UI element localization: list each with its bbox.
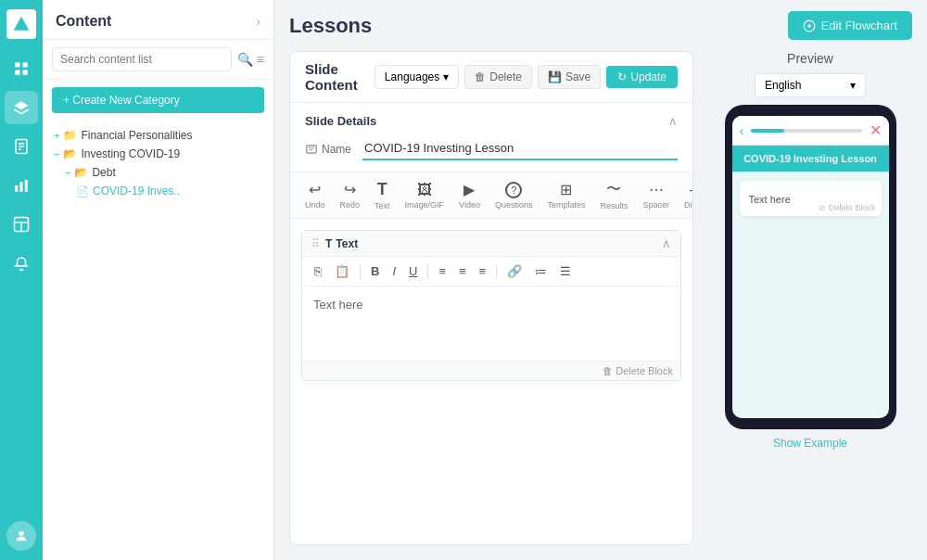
folder-icon-debt: 📂 — [74, 166, 88, 179]
tree-item-label: Financial Personalities — [81, 129, 192, 142]
undo-label: Undo — [305, 200, 325, 210]
format-align-center[interactable]: ≡ — [454, 261, 471, 281]
format-bold[interactable]: B — [366, 261, 384, 281]
main-header: Lessons Edit Flowchart — [274, 0, 927, 51]
tree-expand-minus-debt: − — [65, 167, 70, 178]
svg-rect-18 — [307, 145, 317, 152]
main-area: Lessons Edit Flowchart Slide Content Lan… — [274, 0, 927, 560]
delete-icon: 🗑 — [475, 70, 486, 83]
nav-icon-notifications[interactable] — [5, 247, 38, 280]
edit-flowchart-icon — [803, 19, 816, 32]
svg-rect-4 — [23, 70, 28, 75]
format-list-ul[interactable]: ≔ — [530, 261, 552, 281]
toolbar-divider[interactable]: — Divider — [684, 182, 693, 210]
language-selector[interactable]: English ▾ — [755, 73, 866, 97]
phone-content: Text here ⊘ Delete Block — [732, 172, 889, 418]
svg-rect-1 — [15, 62, 19, 67]
format-link[interactable]: 🔗 — [502, 261, 527, 281]
search-input[interactable] — [52, 47, 232, 71]
tree-item-label-debt: Debt — [92, 166, 115, 179]
delete-button[interactable]: 🗑 Delete — [464, 65, 532, 89]
update-button[interactable]: ↻ Update — [606, 66, 678, 88]
nav-icon-pages[interactable] — [5, 130, 38, 163]
undo-icon: ↩ — [309, 181, 321, 198]
save-label: Save — [565, 70, 590, 83]
text-content-area[interactable]: Text here — [302, 286, 680, 361]
slide-editor-header: Slide Content Languages ▾ 🗑 Delete 💾 Sav… — [290, 52, 692, 103]
toolbar-questions[interactable]: ? Questions — [495, 182, 533, 210]
edit-flowchart-button[interactable]: Edit Flowchart — [788, 11, 912, 40]
save-button[interactable]: 💾 Save — [538, 65, 601, 89]
content-header: Content › — [43, 0, 273, 40]
text-block-collapse[interactable]: ∧ — [662, 236, 671, 250]
search-row: 🔍 ≡ — [43, 40, 273, 80]
format-paste[interactable]: 📋 — [330, 261, 354, 281]
tree-item-label: Investing COVID-19 — [81, 147, 180, 160]
toolbar-video[interactable]: ▶ Video — [459, 181, 480, 210]
drag-handle-icon[interactable]: ⠿ — [311, 237, 320, 250]
sidebar-nav — [0, 0, 43, 560]
svg-rect-9 — [15, 185, 18, 192]
svg-rect-11 — [25, 180, 28, 192]
tree-item-covid-lesson[interactable]: 📄 COVID-19 Inves.. — [50, 182, 266, 200]
format-align-right[interactable]: ≡ — [475, 261, 491, 281]
phone-screen-header: ‹ ✕ — [732, 116, 889, 146]
filter-icon[interactable]: ≡ — [257, 52, 264, 67]
text-content: Text here — [313, 298, 669, 312]
preview-panel: Preview English ▾ ‹ ✕ COVID-19 Investing… — [708, 51, 912, 545]
language-label: English — [765, 79, 801, 92]
save-icon: 💾 — [548, 70, 562, 83]
nav-icon-layout[interactable] — [5, 208, 38, 241]
lesson-name-input[interactable] — [362, 137, 678, 160]
show-example-button[interactable]: Show Example — [773, 437, 847, 450]
nav-icon-courses[interactable] — [5, 91, 38, 124]
questions-label: Questions — [495, 200, 533, 210]
text-label: Text — [375, 201, 390, 210]
toolbar-undo[interactable]: ↩ Undo — [305, 181, 325, 210]
languages-button[interactable]: Languages ▾ — [375, 65, 459, 89]
slide-details-collapse[interactable]: ∧ — [668, 114, 678, 128]
format-underline[interactable]: U — [404, 261, 422, 281]
content-tree: + 📁 Financial Personalities − 📂 Investin… — [43, 121, 273, 560]
tree-item-investing-covid[interactable]: − 📂 Investing COVID-19 — [50, 145, 266, 163]
content-collapse-icon[interactable]: › — [256, 14, 260, 29]
text-block-header: ⠿ T Text ∧ — [302, 231, 680, 257]
spacer-icon: ⋯ — [649, 181, 664, 198]
nav-icon-chart[interactable] — [5, 169, 38, 202]
create-category-button[interactable]: + Create New Category — [52, 87, 264, 113]
page-title: Lessons — [289, 14, 372, 38]
toolbar-results[interactable]: 〜 Results — [600, 180, 628, 210]
format-copy[interactable]: ⎘ — [310, 261, 326, 281]
phone-frame: ‹ ✕ COVID-19 Investing Lesson Text here … — [725, 105, 896, 429]
questions-icon: ? — [505, 182, 522, 198]
tree-expand-minus: − — [54, 148, 59, 159]
phone-screen: ‹ ✕ COVID-19 Investing Lesson Text here … — [732, 116, 889, 418]
slide-content-title: Slide Content — [305, 61, 375, 93]
format-italic[interactable]: I — [387, 261, 400, 281]
nav-icon-grid[interactable] — [5, 52, 38, 85]
phone-delete-block-label[interactable]: ⊘ Delete Block — [819, 203, 875, 212]
svg-marker-0 — [14, 17, 30, 31]
format-list-ol[interactable]: ☰ — [555, 261, 576, 281]
tree-item-financial[interactable]: + 📁 Financial Personalities — [50, 126, 266, 145]
block-toolbar: ↩ Undo ↪ Redo T Text 🖼 Image/GIF ▶ Vi — [290, 172, 692, 219]
format-align-left[interactable]: ≡ — [434, 261, 451, 281]
delete-block-button[interactable]: 🗑 Delete Block — [603, 365, 673, 376]
phone-close-icon[interactable]: ✕ — [870, 121, 882, 139]
update-icon: ↻ — [617, 70, 627, 83]
toolbar-redo[interactable]: ↪ Redo — [340, 181, 361, 210]
tree-item-debt[interactable]: − 📂 Debt — [50, 163, 266, 182]
tree-expand-plus: + — [54, 130, 59, 141]
templates-label: Templates — [547, 200, 585, 210]
toolbar-text[interactable]: T Text — [375, 180, 390, 210]
format-divider-2 — [427, 264, 428, 279]
toolbar-templates[interactable]: ⊞ Templates — [547, 181, 585, 210]
toolbar-image[interactable]: 🖼 Image/GIF — [405, 182, 445, 210]
search-icon[interactable]: 🔍 — [237, 52, 253, 67]
toolbar-spacer[interactable]: ⋯ Spacer — [643, 181, 670, 210]
file-icon: 📄 — [76, 185, 89, 197]
language-chevron-icon: ▾ — [850, 79, 856, 92]
text-format-bar: ⎘ 📋 B I U ≡ ≡ ≡ 🔗 ≔ ☰ — [302, 257, 680, 286]
phone-back-icon[interactable]: ‹ — [740, 123, 744, 138]
user-avatar[interactable] — [6, 521, 36, 551]
